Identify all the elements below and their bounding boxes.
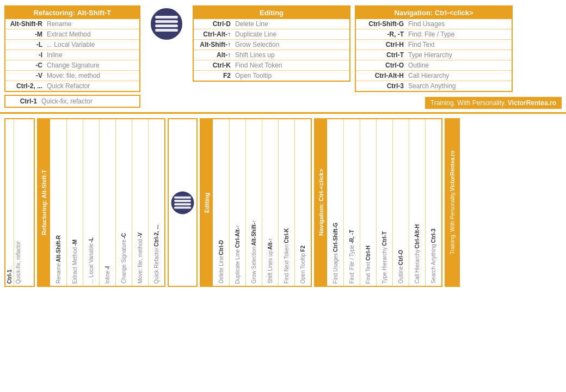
bottom-editing-header: Editing bbox=[201, 119, 213, 286]
refactor-row-4: -C Change Signature bbox=[5, 60, 139, 71]
bottom-nav-col-3: Ctrl-T Type Hierarchy bbox=[376, 119, 392, 286]
editing-row-0: Ctrl-D Delete Line bbox=[194, 19, 349, 29]
bottom-section: Ctrl-1 Quick-fix, refactor Refactoring: … bbox=[0, 114, 566, 299]
bottom-logo-area bbox=[168, 118, 198, 287]
refactor-group: Refactoring: Alt-Shift-T Alt-Shift-R Ren… bbox=[4, 5, 140, 108]
top-section: Refactoring: Alt-Shift-T Alt-Shift-R Ren… bbox=[0, 0, 566, 112]
training-badge: Training. With Personality. VictorRentea… bbox=[425, 97, 562, 109]
bottom-nav-col-6: Ctrl-3 Search Anything bbox=[425, 119, 441, 286]
nav-row-6: Ctrl-3 Search Anything bbox=[356, 81, 512, 91]
bottom-nav-col-1: -R, -T Find: File / Type bbox=[343, 119, 360, 286]
bottom-training-badge: Training. With Personality. VictorRentea… bbox=[445, 118, 460, 287]
refactor-row-0: Alt-Shift-R Rename bbox=[5, 19, 139, 29]
bottom-editing-card: Editing Ctrl-D Delete Line Ctrl-Alt-↑ Du… bbox=[200, 118, 312, 287]
bottom-refactor-col-4: -C Change Signature bbox=[115, 119, 132, 286]
qf-col-key: Ctrl-1 bbox=[5, 119, 14, 286]
refactor-row-5: -V Move: file, method bbox=[5, 71, 139, 81]
bottom-nav-rows: Ctrl-Shift-G Find Usages -R, -T Find: Fi… bbox=[327, 119, 441, 286]
bottom-refactor-col-5: -V Move: file, method bbox=[132, 119, 148, 286]
qf-col-desc: Quick-fix, refactor bbox=[14, 119, 22, 286]
refactor-row-1: -M Extract Method bbox=[5, 29, 139, 40]
cards-row: Editing Ctrl-D Delete Line Ctrl-Alt-↑ Du… bbox=[193, 5, 562, 92]
bottom-nav-col-2: Ctrl-H Find Text bbox=[360, 119, 376, 286]
bottom-refactor-col-6: Ctrl-2, ... Quick Refactor bbox=[148, 119, 164, 286]
quickfix-row: Ctrl-1 Quick-fix, refactor bbox=[5, 96, 139, 107]
svg-rect-10 bbox=[174, 206, 191, 209]
bottom-editing-col-2: Alt-Shift-↑ Grow Selection bbox=[245, 119, 262, 286]
editing-row-4: Ctrl-K Find Next Token bbox=[194, 60, 349, 71]
editing-row-3: Alt-↑ Shift Lines up bbox=[194, 50, 349, 60]
svg-rect-7 bbox=[174, 196, 191, 198]
bottom-refactor-rows: Alt-Shift-R Rename -M Extract Method -L … bbox=[50, 119, 164, 286]
refactor-row-3: -I Inline bbox=[5, 50, 139, 60]
bottom-refactor-header: Refactoring: Alt-Shift-T bbox=[38, 119, 50, 286]
refactor-card: Refactoring: Alt-Shift-T Alt-Shift-R Ren… bbox=[4, 5, 140, 92]
bottom-editing-col-3: Alt-↑ Shift Lines up bbox=[262, 119, 278, 286]
bottom-refactor-col-2: -L ... Local Variable bbox=[83, 119, 99, 286]
editing-row-1: Ctrl-Alt-↑ Duplicate Line bbox=[194, 29, 349, 40]
svg-rect-1 bbox=[155, 16, 178, 19]
svg-rect-8 bbox=[174, 200, 191, 202]
nav-row-4: Ctrl-O Outline bbox=[356, 60, 512, 71]
quickfix-card: Ctrl-1 Quick-fix, refactor bbox=[4, 95, 140, 108]
nav-row-0: Ctrl-Shift-G Find Usages bbox=[356, 19, 512, 29]
nav-row-3: Ctrl-T Type Hierarchy bbox=[356, 50, 512, 60]
bottom-navigation-card: Navigation: Ctrl-<click> Ctrl-Shift-G Fi… bbox=[314, 118, 442, 287]
bottom-editing-col-5: F2 Open Tooltip bbox=[294, 119, 311, 286]
bottom-editing-col-1: Ctrl-Alt-↑ Duplicate Line bbox=[229, 119, 245, 286]
logo-area bbox=[145, 5, 188, 40]
nav-row-5: Ctrl-Alt-H Call Hierarchy bbox=[356, 71, 512, 81]
bottom-refactor-col-0: Alt-Shift-R Rename bbox=[50, 119, 66, 286]
bottom-quickfix-card: Ctrl-1 Quick-fix, refactor bbox=[4, 118, 35, 287]
bottom-nav-col-5: Ctrl-Alt-H Call Hierarchy bbox=[409, 119, 425, 286]
editing-header: Editing bbox=[194, 7, 349, 19]
nav-row-1: -R, -T Find: File / Type bbox=[356, 29, 512, 40]
bottom-editing-col-4: Ctrl-K Find Next Token bbox=[278, 119, 294, 286]
svg-rect-2 bbox=[155, 20, 178, 23]
refactor-row-6: Ctrl-2, ... Quick Refactor bbox=[5, 81, 139, 91]
svg-rect-4 bbox=[155, 29, 178, 32]
svg-rect-3 bbox=[155, 24, 178, 27]
right-group: Editing Ctrl-D Delete Line Ctrl-Alt-↑ Du… bbox=[193, 5, 562, 109]
bottom-eclipse-logo-icon bbox=[170, 191, 195, 215]
refactor-row-2: -L ... Local Variable bbox=[5, 40, 139, 50]
refactor-header: Refactoring: Alt-Shift-T bbox=[5, 7, 139, 19]
bottom-nav-header: Navigation: Ctrl-<click> bbox=[315, 119, 327, 286]
nav-header: Navigation: Ctrl-<click> bbox=[356, 7, 512, 19]
nav-row-2: Ctrl-H Find Text bbox=[356, 40, 512, 50]
training-wrapper: Training. With Personality. VictorRentea… bbox=[193, 94, 562, 109]
svg-point-6 bbox=[171, 191, 194, 214]
bottom-refactor-col-1: -M Extract Method bbox=[66, 119, 83, 286]
bottom-refactor-card: Refactoring: Alt-Shift-T Alt-Shift-R Ren… bbox=[37, 118, 165, 287]
editing-row-5: F2 Open Tooltip bbox=[194, 71, 349, 81]
bottom-editing-col-0: Ctrl-D Delete Line bbox=[213, 119, 229, 286]
navigation-card: Navigation: Ctrl-<click> Ctrl-Shift-G Fi… bbox=[355, 5, 513, 92]
editing-card: Editing Ctrl-D Delete Line Ctrl-Alt-↑ Du… bbox=[193, 5, 350, 82]
bottom-editing-rows: Ctrl-D Delete Line Ctrl-Alt-↑ Duplicate … bbox=[213, 119, 311, 286]
bottom-nav-col-4: Ctrl-O Outline bbox=[392, 119, 409, 286]
bottom-refactor-col-3: -I Inline bbox=[99, 119, 115, 286]
svg-rect-9 bbox=[174, 203, 191, 205]
bottom-nav-col-0: Ctrl-Shift-G Find Usages bbox=[327, 119, 343, 286]
eclipse-logo-icon bbox=[151, 8, 182, 40]
editing-row-2: Alt-Shift-↑ Grow Selection bbox=[194, 40, 349, 50]
